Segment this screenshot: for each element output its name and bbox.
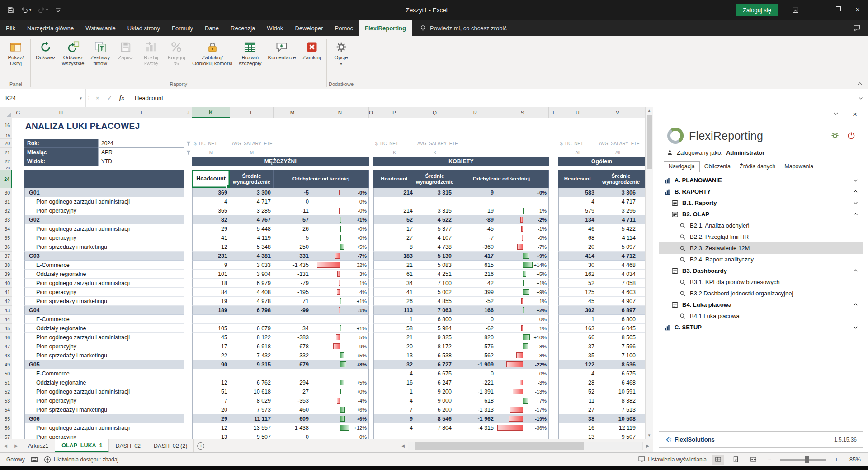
cell-label[interactable]: Pion ogólnego zarządu i administracji xyxy=(24,423,184,432)
cell-total-avg-salary[interactable]: 4 114 xyxy=(597,233,638,242)
cell-women-deviation-bar[interactable]: 0% xyxy=(496,369,549,378)
row-header-35[interactable]: 35 xyxy=(0,233,12,242)
cell-women-deviation-bar[interactable]: +7% xyxy=(496,396,549,405)
row-header-21[interactable]: 21 xyxy=(0,148,12,157)
tree-item-b4-luka-p-acowa[interactable]: B4. Luka płacowa xyxy=(659,299,863,310)
cell-women-deviation-bar[interactable] xyxy=(496,197,549,206)
cell-total-headcount[interactable]: 122 xyxy=(558,360,597,369)
cell-men-avg-salary[interactable] xyxy=(230,315,274,324)
cell-women-avg-salary[interactable]: 6 200 xyxy=(415,405,454,414)
cell-women-headcount[interactable]: 41 xyxy=(373,288,415,297)
cell-women-headcount[interactable]: 26 xyxy=(373,297,415,306)
cell-women-deviation[interactable]: -7 xyxy=(454,233,496,242)
pane-tab-mapowania[interactable]: Mapowania xyxy=(780,162,818,172)
cell-total-avg-salary[interactable]: 4 711 xyxy=(597,215,638,224)
chevron-down-icon[interactable] xyxy=(853,324,859,330)
cell-total-headcount[interactable]: 30 xyxy=(558,261,597,270)
cell-men-deviation[interactable]: 460 xyxy=(274,405,311,414)
cell-men-avg-salary[interactable]: 6 979 xyxy=(230,279,274,288)
cell-women-deviation[interactable]: 216 xyxy=(454,270,496,279)
cell-women-deviation-bar[interactable]: +9% xyxy=(496,252,549,261)
tree-item-b4-1-luka-p-acowa[interactable]: B4.1 Luka płacowa xyxy=(659,310,863,322)
cell-women-headcount[interactable] xyxy=(373,432,415,439)
cell-total-headcount[interactable]: 28 xyxy=(558,378,597,387)
cell-women-avg-salary[interactable]: 7 100 xyxy=(415,279,454,288)
cell-men-headcount[interactable]: 12 xyxy=(192,242,230,252)
cell-label[interactable]: G01 xyxy=(24,188,184,197)
cell-total-headcount[interactable]: 11 xyxy=(558,396,597,405)
cell-total-avg-salary[interactable]: 6 675 xyxy=(597,369,638,378)
cell-men-deviation-bar[interactable]: +12% xyxy=(311,423,369,432)
cell-total-headcount[interactable]: 16 xyxy=(558,423,597,432)
chevron-up-icon[interactable] xyxy=(853,211,859,217)
cell-men-deviation[interactable]: 71 xyxy=(274,297,311,306)
cell-men-avg-salary[interactable]: 5 348 xyxy=(230,242,274,252)
cell-men-headcount[interactable]: 105 xyxy=(192,324,230,333)
cell-men-deviation[interactable]: -79 xyxy=(274,279,311,288)
vertical-scrollbar[interactable]: ▲ ▼ xyxy=(645,107,653,439)
cell-women-deviation[interactable]: 820 xyxy=(454,333,496,342)
expand-formula-bar-icon[interactable] xyxy=(854,89,868,107)
formula-bar-grip[interactable]: ⋮ xyxy=(86,89,91,107)
close-button[interactable]: × xyxy=(847,0,868,20)
cell-women-deviation-bar[interactable]: +5% xyxy=(496,270,549,279)
cell-total-avg-salary[interactable]: 4 603 xyxy=(597,288,638,297)
cell-label[interactable]: Pion operacyjny xyxy=(24,288,184,297)
zoom-level[interactable]: 85% xyxy=(846,456,868,463)
row-header-22[interactable]: 22 xyxy=(0,157,12,166)
cell-total-avg-salary[interactable]: 6 800 xyxy=(597,315,638,324)
cell-women-headcount[interactable]: 16 xyxy=(373,378,415,387)
column-header-I[interactable]: I xyxy=(98,107,184,118)
ribbon-tab-deweloper[interactable]: Deweloper xyxy=(289,20,329,36)
cell-label[interactable]: E-Commerce xyxy=(24,315,184,324)
cell-men-avg-salary[interactable]: 3 300 xyxy=(230,188,274,197)
tree-item-b-raporty[interactable]: B. RAPORTY xyxy=(659,186,863,197)
cell-women-deviation[interactable]: 399 xyxy=(454,288,496,297)
cell-label[interactable]: G02 xyxy=(24,215,184,224)
cell-total-avg-salary[interactable]: 10 508 xyxy=(597,414,638,423)
sign-in-button[interactable]: Zaloguj się xyxy=(736,4,778,16)
cell-women-deviation-bar[interactable]: -7% xyxy=(496,242,549,252)
cell-men-deviation-bar[interactable]: +0% xyxy=(311,224,369,233)
cell-men-deviation-bar[interactable]: -7% xyxy=(311,252,369,261)
cell-women-avg-salary[interactable]: 9 000 xyxy=(415,396,454,405)
cell-men-deviation-bar[interactable]: -4% xyxy=(311,396,369,405)
cell-women-deviation[interactable]: -1 909 xyxy=(454,360,496,369)
cell-women-avg-salary[interactable]: 4 251 xyxy=(415,270,454,279)
cell-men-headcount[interactable]: 19 xyxy=(192,297,230,306)
param-value-rok[interactable]: 2024 xyxy=(98,139,184,148)
ribbon-tab-pomoc[interactable]: Pomoc xyxy=(329,20,359,36)
sheet-nav-left-icon[interactable]: ◀ xyxy=(0,439,11,452)
cell-total-headcount[interactable]: 35 xyxy=(558,351,597,360)
cell-women-deviation-bar[interactable]: 0% xyxy=(496,315,549,324)
cell-men-avg-salary[interactable]: 4 978 xyxy=(230,297,274,306)
cell-total-avg-salary[interactable]: 4 468 xyxy=(597,261,638,270)
cell-men-deviation[interactable]: 26 xyxy=(274,224,311,233)
cell-men-deviation-bar[interactable] xyxy=(311,369,369,378)
cell-men-headcount[interactable]: 51 xyxy=(192,387,230,396)
cell-men-avg-salary[interactable]: 6 918 xyxy=(230,342,274,351)
cell-label[interactable]: Oddziały regionalne xyxy=(24,378,184,387)
cell-women-headcount[interactable] xyxy=(373,197,415,206)
ribbon-tab-flexireporting[interactable]: FlexiReporting xyxy=(359,20,412,36)
vertical-scroll-thumb[interactable] xyxy=(647,115,652,169)
row-header-51[interactable]: 51 xyxy=(0,378,12,387)
cell-men-deviation-bar[interactable]: -9% xyxy=(311,342,369,351)
cell-women-deviation[interactable] xyxy=(454,197,496,206)
new-sheet-button[interactable]: + xyxy=(194,439,208,452)
cell-total-headcount[interactable]: 414 xyxy=(558,252,597,261)
column-header-L[interactable]: L xyxy=(230,107,274,118)
cell-men-deviation[interactable] xyxy=(274,369,311,378)
ribbon-button-zestawyfiltr-w[interactable]: Zestawyfiltrów xyxy=(87,38,113,81)
cell-women-deviation-bar[interactable]: -1% xyxy=(496,324,549,333)
cell-women-avg-salary[interactable]: 5 377 xyxy=(415,224,454,233)
column-header-U[interactable]: U xyxy=(558,107,597,118)
cell-women-headcount[interactable]: 61 xyxy=(373,270,415,279)
cell-women-deviation[interactable]: -4 315 xyxy=(454,423,496,432)
column-header-K[interactable]: K xyxy=(192,107,230,118)
column-header-G[interactable]: G xyxy=(12,107,24,118)
cell-men-deviation[interactable]: -1 435 xyxy=(274,261,311,270)
row-header-53[interactable]: 53 xyxy=(0,396,12,405)
cell-label[interactable]: Pion ogólnego zarządu i administracji xyxy=(24,387,184,396)
cell-women-deviation[interactable]: -1 962 xyxy=(454,414,496,423)
